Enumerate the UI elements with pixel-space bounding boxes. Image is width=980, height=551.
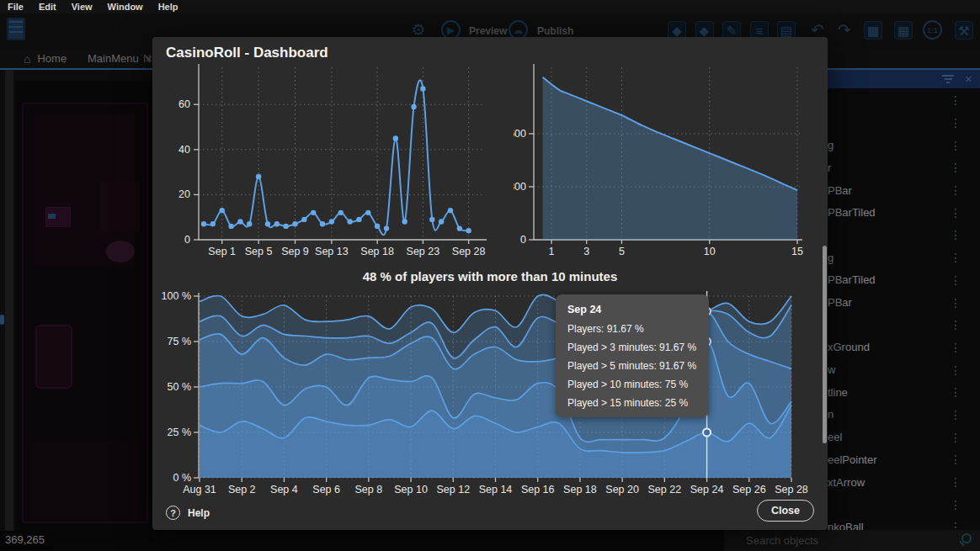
menu-item-help[interactable]: Help <box>158 2 178 12</box>
svg-text:Sep 9: Sep 9 <box>281 246 309 257</box>
svg-text:Sep 4: Sep 4 <box>270 484 298 495</box>
application-window: FileEditViewWindowHelp ⚙ ▶ Preview ☁ Pub… <box>0 0 980 551</box>
svg-text:5: 5 <box>619 246 625 257</box>
svg-text:100 %: 100 % <box>162 290 191 302</box>
svg-text:40: 40 <box>178 144 190 156</box>
tooltip-date: Sep 24 <box>567 304 697 315</box>
svg-text:Sep 10: Sep 10 <box>394 484 428 495</box>
svg-text:Sep 18: Sep 18 <box>563 484 597 495</box>
svg-text:300: 300 <box>514 181 526 193</box>
svg-text:60: 60 <box>178 98 190 110</box>
help-icon: ? <box>166 506 180 520</box>
svg-text:75 %: 75 % <box>168 336 192 347</box>
svg-text:Sep 28: Sep 28 <box>452 246 486 257</box>
svg-text:20: 20 <box>178 188 190 200</box>
svg-text:0: 0 <box>520 234 526 246</box>
tooltip-row: Played > 5 minutes: 91.67 % <box>567 360 697 372</box>
help-button[interactable]: ? Help <box>166 506 210 520</box>
modal-scrollbar-thumb[interactable] <box>823 246 827 443</box>
svg-text:Sep 18: Sep 18 <box>360 246 394 257</box>
menu-bar: FileEditViewWindowHelp <box>0 0 980 13</box>
svg-text:Sep 16: Sep 16 <box>521 484 555 495</box>
dialog-title: CasinoRoll - Dashboard <box>166 45 328 61</box>
svg-text:Sep 24: Sep 24 <box>690 484 724 495</box>
sessions-line-chart[interactable]: 0204060Sep 1Sep 5Sep 9Sep 13Sep 18Sep 23… <box>160 61 505 262</box>
svg-text:600: 600 <box>514 128 526 140</box>
svg-text:Sep 28: Sep 28 <box>775 484 808 495</box>
svg-text:15: 15 <box>791 246 803 257</box>
chart-title: 48 % of players with more than 10 minute… <box>152 269 828 283</box>
svg-text:25 %: 25 % <box>168 426 192 438</box>
tooltip-row: Played > 15 minutes: 25 % <box>567 397 697 409</box>
svg-text:10: 10 <box>704 246 716 257</box>
menu-item-window[interactable]: Window <box>108 2 143 12</box>
tooltip-row: Played > 3 minutes: 91.67 % <box>567 342 697 353</box>
menu-item-view[interactable]: View <box>72 2 93 12</box>
menu-item-edit[interactable]: Edit <box>39 2 56 12</box>
close-button[interactable]: Close <box>757 500 814 522</box>
svg-text:Sep 6: Sep 6 <box>312 484 340 495</box>
svg-text:0: 0 <box>184 234 190 246</box>
menu-item-file[interactable]: File <box>8 2 24 12</box>
svg-text:3: 3 <box>583 246 589 257</box>
tooltip-row: Played > 10 minutes: 75 % <box>567 379 697 390</box>
svg-text:Sep 1: Sep 1 <box>208 246 236 257</box>
svg-text:Sep 23: Sep 23 <box>407 246 440 257</box>
svg-text:Sep 12: Sep 12 <box>436 484 470 495</box>
svg-text:Sep 5: Sep 5 <box>245 246 273 257</box>
svg-text:Sep 22: Sep 22 <box>648 484 682 495</box>
svg-text:Sep 8: Sep 8 <box>355 484 383 495</box>
dashboard-dialog: CasinoRoll - Dashboard 0204060Sep 1Sep 5… <box>152 37 828 530</box>
svg-text:50 %: 50 % <box>168 381 192 393</box>
svg-text:Sep 14: Sep 14 <box>479 484 513 495</box>
dialog-footer: ? Help Close <box>152 496 828 530</box>
chart-tooltip: Sep 24 Players: 91.67 %Played > 3 minute… <box>556 294 709 417</box>
svg-text:Sep 2: Sep 2 <box>228 484 256 495</box>
svg-text:Aug 31: Aug 31 <box>183 484 216 495</box>
tooltip-row: Players: 91.67 % <box>567 323 697 335</box>
retention-area-chart[interactable]: 03006001351015 <box>514 61 812 262</box>
svg-text:1: 1 <box>549 246 555 257</box>
svg-text:Sep 20: Sep 20 <box>605 484 639 495</box>
players-duration-chart[interactable]: 0 %25 %50 %75 %100 %Aug 31Sep 2Sep 4Sep … <box>160 289 808 500</box>
svg-text:Sep 26: Sep 26 <box>732 484 766 495</box>
svg-text:Sep 13: Sep 13 <box>315 246 349 257</box>
svg-text:0 %: 0 % <box>173 472 191 484</box>
